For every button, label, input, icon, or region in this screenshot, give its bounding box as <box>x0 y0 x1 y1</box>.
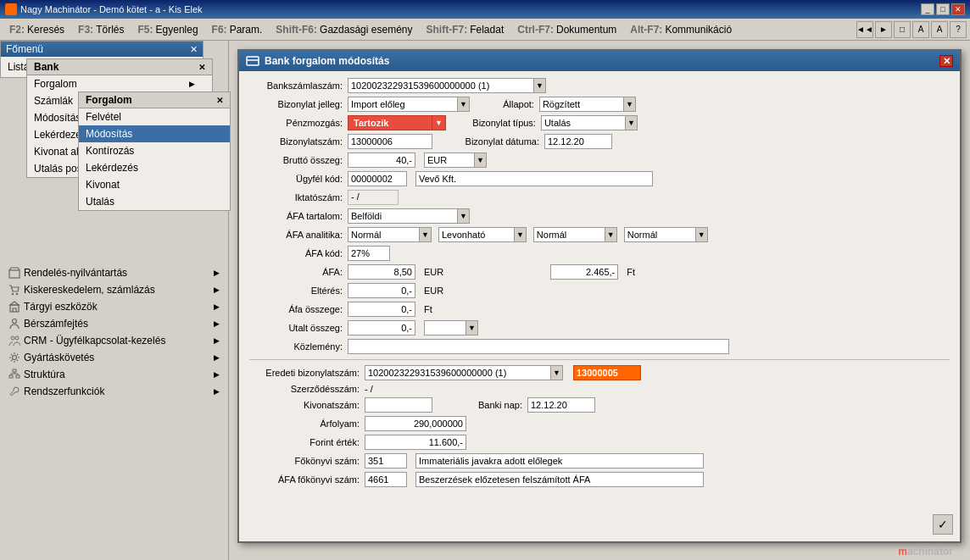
utalt-osszeg-input[interactable] <box>348 320 415 335</box>
kivonatszam-input[interactable] <box>365 397 432 413</box>
sf6-button[interactable]: Shift-F6: Gazdasági esemény <box>270 21 418 38</box>
nav-box[interactable]: □ <box>894 21 911 38</box>
nav-help[interactable]: ? <box>950 21 967 38</box>
person-icon <box>8 318 20 330</box>
afa-tartalom-input[interactable] <box>348 208 458 224</box>
f3-button[interactable]: F3: Törlés <box>72 21 130 38</box>
minimize-button[interactable]: _ <box>921 3 934 15</box>
brutto-currency-input[interactable] <box>424 152 475 168</box>
afa-kod-label: ÁFA kód: <box>249 248 343 258</box>
fomenu-close[interactable]: ✕ <box>190 44 198 55</box>
sidebar-item-struktura[interactable]: Struktúra ▶ <box>3 366 225 383</box>
bizonylat-jelleg-dropdown[interactable]: ▼ <box>458 97 470 112</box>
afa-analitika-2-dropdown[interactable]: ▼ <box>515 227 527 242</box>
afa-tartalom-dropdown[interactable]: ▼ <box>458 208 470 224</box>
cf7-button[interactable]: Ctrl-F7: Dokumentum <box>511 21 622 38</box>
menu-lekerdezas[interactable]: Lekérdezés <box>79 159 230 176</box>
afa-input[interactable] <box>348 264 415 280</box>
row-szerzodesszam: Szerződésszám: - / <box>249 384 950 394</box>
bizonylat-datuma-input[interactable] <box>544 134 612 149</box>
row-forint-ertek: Forint érték: <box>249 435 950 450</box>
afa-fok-szam-input[interactable] <box>365 472 407 487</box>
afa-kod-input[interactable] <box>348 246 390 261</box>
afa-osszege-input[interactable] <box>348 302 415 317</box>
kozlemeny-input[interactable] <box>348 339 729 354</box>
sidebar-item-targyieszk[interactable]: Tárgyi eszközök ▶ <box>3 298 225 315</box>
fokonyv-szam-desc-input[interactable] <box>415 453 704 469</box>
confirm-button[interactable]: ✓ <box>933 514 953 535</box>
bizonylat-jelleg-input[interactable] <box>348 97 458 112</box>
utalt-osszeg-currency-input[interactable] <box>424 320 466 335</box>
allapot-dropdown[interactable]: ▼ <box>624 97 636 112</box>
svg-point-6 <box>15 336 19 340</box>
bankszam-dropdown[interactable]: ▼ <box>534 78 546 93</box>
menu-kivonat[interactable]: Kivonat <box>79 176 230 193</box>
bank-close[interactable]: ✕ <box>198 63 205 72</box>
f2-button[interactable]: F2: Keresés <box>3 21 70 38</box>
ugyfel-kod-input[interactable] <box>348 171 407 186</box>
forint-ertek-input[interactable] <box>365 435 466 450</box>
afa-analitika-4-dropdown[interactable]: ▼ <box>696 227 708 242</box>
nav-a2[interactable]: A <box>931 21 948 38</box>
bank-dialog: Bank forgalom módosítás ✕ Bankszámlaszám… <box>237 49 962 543</box>
penzm-dropdown[interactable]: ▼ <box>432 115 446 130</box>
svg-rect-11 <box>247 57 259 65</box>
row-fokonyv: Főkönyvi szám: <box>249 453 950 469</box>
nav-next[interactable]: ► <box>875 21 892 38</box>
menu-utales[interactable]: Utalás <box>79 193 230 210</box>
afa-analitika-3-dropdown[interactable]: ▼ <box>605 227 617 242</box>
allapot-input[interactable] <box>539 97 624 112</box>
forgalom-close[interactable]: ✕ <box>216 96 223 105</box>
sidebar-item-gyartas[interactable]: Gyártáskövetés ▶ <box>3 349 225 366</box>
f6-button[interactable]: F6: Param. <box>206 21 269 38</box>
bizonylat-tipus-dropdown[interactable]: ▼ <box>626 115 638 130</box>
sidebar-item-berszamf[interactable]: Bérszámfejtés ▶ <box>3 315 225 332</box>
sidebar-item-kisker[interactable]: Kiskereskedelem, számlázás ▶ <box>3 281 225 298</box>
menu-kontirozas[interactable]: Kontírozás <box>79 142 230 159</box>
menu-felvetel[interactable]: Felvétel <box>79 108 230 125</box>
menu-bar: F2: Keresés F3: Törlés F5: Egyenleg F6: … <box>0 19 970 41</box>
ugyfel-nev-input[interactable] <box>415 171 653 186</box>
utalt-osszeg-dropdown[interactable]: ▼ <box>466 320 478 335</box>
bizonylatszam-input[interactable] <box>348 134 432 149</box>
penzm-input[interactable] <box>348 115 432 130</box>
afa-analitika-2-input[interactable] <box>438 227 515 242</box>
afa-analitika-3-input[interactable] <box>533 227 605 242</box>
afa-analitika-1-dropdown[interactable]: ▼ <box>420 227 432 242</box>
af7-button[interactable]: Alt-F7: Kommunikáció <box>624 21 738 38</box>
brutto-currency-dropdown[interactable]: ▼ <box>475 152 487 168</box>
dialog-title: Bank forgalom módosítás <box>265 55 389 67</box>
bankszam-input[interactable] <box>348 78 534 93</box>
banki-nap-input[interactable] <box>527 397 595 413</box>
iktato-label: Iktatószám: <box>249 192 343 202</box>
allapot-label: Állapot: <box>475 99 534 109</box>
sidebar-item-rendszer[interactable]: Rendszerfunkciók ▶ <box>3 383 225 400</box>
bank-forgalom[interactable]: Forgalom▶ <box>27 75 212 92</box>
arfolyam-input[interactable] <box>365 416 466 431</box>
sidebar-item-crm[interactable]: CRM - Ügyfélkapcsolat-kezelés ▶ <box>3 332 225 349</box>
sf7-button[interactable]: Shift-F7: Feladat <box>420 21 510 38</box>
utalt-osszeg-label: Utalt összeg: <box>249 323 343 333</box>
row-bizonylat-jelleg: Bizonylat jelleg: ▼ Állapot: ▼ <box>249 97 950 112</box>
f5-button[interactable]: F5: Egyenleg <box>132 21 204 38</box>
menu-modositas[interactable]: Módosítás <box>79 125 230 142</box>
eredeti-bizonylat-num-input[interactable] <box>573 365 641 380</box>
fokonyv-szam-input[interactable] <box>365 453 407 469</box>
sidebar-item-rendelesek[interactable]: Rendelés-nyilvántartás ▶ <box>3 264 225 281</box>
svg-rect-10 <box>16 375 20 378</box>
row-utalt-osszeg: Utalt összeg: ▼ <box>249 320 950 335</box>
maximize-button[interactable]: □ <box>936 3 950 15</box>
nav-prev-prev[interactable]: ◄◄ <box>856 21 873 38</box>
afa-right-input[interactable] <box>550 264 618 280</box>
bizonylat-tipus-input[interactable] <box>541 115 626 130</box>
dialog-close-button[interactable]: ✕ <box>939 55 953 67</box>
eredeti-bizonylat-dropdown[interactable]: ▼ <box>551 365 563 380</box>
brutto-input[interactable] <box>348 152 415 168</box>
elteres-input[interactable] <box>348 283 415 298</box>
afa-fok-szam-desc-input[interactable] <box>415 472 704 487</box>
afa-analitika-4-input[interactable] <box>624 227 696 242</box>
eredeti-bizonylat-input[interactable] <box>365 365 551 380</box>
close-button[interactable]: ✕ <box>951 3 965 15</box>
nav-a1[interactable]: A <box>912 21 929 38</box>
afa-analitika-1-input[interactable] <box>348 227 420 242</box>
